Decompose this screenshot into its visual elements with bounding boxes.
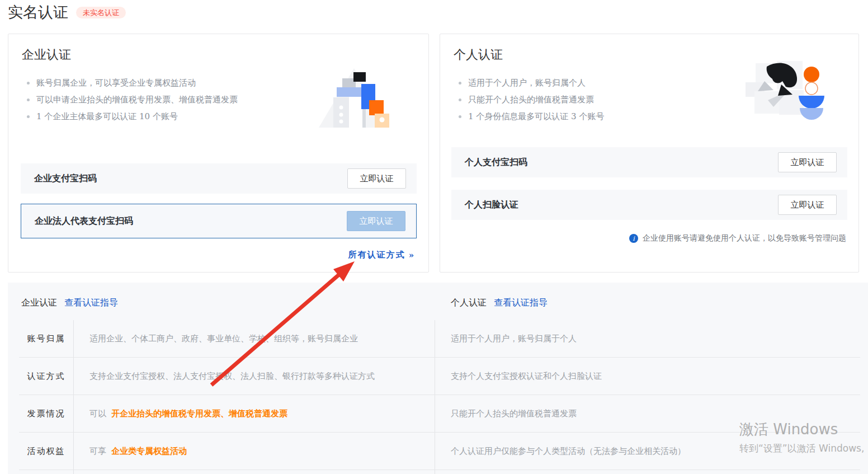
- personal-benefits-list: 适用于个人用户，账号归属个人 只能开个人抬头的增值税普通发票 1 个身份信息最多…: [457, 74, 720, 125]
- comparison-grid: 账号归属 适用企业、个体工商户、政府、事业单位、学校、组织等，账号归属企业 适用…: [19, 320, 860, 474]
- personal-card-title: 个人认证: [454, 46, 503, 63]
- list-item: 1 个身份信息最多可以认证 3 个账号: [457, 108, 720, 125]
- method-label: 企业支付宝扫码: [34, 173, 97, 185]
- building-illustration-icon: [312, 65, 396, 128]
- method-row-legal-rep-alipay[interactable]: 企业法人代表支付宝扫码 立即认证: [21, 204, 417, 238]
- enterprise-cell: [74, 470, 435, 474]
- watermark-line1: 激活 Windows: [739, 420, 864, 439]
- face-illustration-icon: [740, 58, 829, 125]
- enterprise-auth-card: 企业认证 账号归属企业，可以享受企业专属权益活动 可以申请企业抬头的增值税专用发…: [8, 34, 429, 273]
- windows-activation-watermark: 激活 Windows 转到“设置”以激活 Windows,: [739, 420, 864, 455]
- method-label: 个人扫脸认证: [465, 199, 518, 211]
- personal-guide-link[interactable]: 查看认证指导: [494, 297, 548, 308]
- list-item: 适用于个人用户，账号归属个人: [457, 74, 720, 91]
- auth-now-button[interactable]: 立即认证: [778, 152, 837, 172]
- personal-compare-header: 个人认证 查看认证指导: [451, 297, 548, 309]
- personal-compare-title: 个人认证: [451, 297, 487, 308]
- row-label: 认证方式: [19, 358, 74, 395]
- list-item: 1 个企业主体最多可以认证 10 个账号: [25, 108, 288, 125]
- personal-auth-card: 个人认证 适用于个人用户，账号归属个人 只能开个人抬头的增值税普通发票 1 个身…: [440, 34, 859, 273]
- method-row-personal-face: 个人扫脸认证 立即认证: [451, 190, 847, 220]
- personal-cell: 支持个人支付宝授权认证和个人扫脸认证: [435, 358, 860, 395]
- warning-text: 企业使用账号请避免使用个人认证，以免导致账号管理问题: [643, 233, 846, 243]
- double-chevron-right-icon: »: [409, 250, 415, 260]
- table-row-partial: [19, 470, 860, 474]
- list-item: 可以申请企业抬头的增值税专用发票、增值税普通发票: [25, 91, 288, 108]
- page-title: 实名认证: [8, 2, 68, 22]
- enterprise-card-title: 企业认证: [22, 46, 71, 63]
- table-row-auth-methods: 认证方式 支持企业支付宝授权、法人支付宝授权、法人扫脸、银行打款等多种认证方式 …: [19, 357, 860, 395]
- cell-prefix: 可享: [89, 446, 106, 457]
- method-label: 企业法人代表支付宝扫码: [35, 215, 133, 227]
- watermark-line2: 转到“设置”以激活 Windows,: [739, 442, 864, 455]
- method-row-personal-alipay: 个人支付宝扫码 立即认证: [451, 147, 847, 177]
- auth-now-button[interactable]: 立即认证: [778, 195, 837, 215]
- table-row-account-ownership: 账号归属 适用企业、个体工商户、政府、事业单位、学校、组织等，账号归属企业 适用…: [19, 320, 860, 357]
- invoice-types-link[interactable]: 开企业抬头的增值税专用发票、增值税普通发票: [111, 409, 287, 419]
- cell-prefix: 可以: [89, 409, 106, 419]
- enterprise-compare-title: 企业认证: [21, 297, 57, 308]
- page-header: 实名认证 未实名认证: [8, 2, 126, 22]
- all-auth-methods-link[interactable]: 所有认证方式 »: [348, 250, 415, 260]
- enterprise-cell: 可享 企业类专属权益活动: [74, 433, 435, 470]
- table-row-invoice: 发票情况 可以 开企业抬头的增值税专用发票、增值税普通发票 只能开个人抬头的增值…: [19, 395, 860, 432]
- personal-cell: 适用于个人用户，账号归属于个人: [435, 320, 860, 357]
- list-item: 账号归属企业，可以享受企业专属权益活动: [25, 74, 288, 91]
- enterprise-cell: 支持企业支付宝授权、法人支付宝授权、法人扫脸、银行打款等多种认证方式: [74, 358, 435, 395]
- all-auth-methods-label: 所有认证方式: [348, 250, 405, 260]
- enterprise-compare-header: 企业认证 查看认证指导: [21, 297, 118, 309]
- table-row-activity-benefits: 活动权益 可享 企业类专属权益活动 个人认证用户仅能参与个人类型活动（无法参与企…: [19, 432, 860, 470]
- enterprise-cell: 可以 开企业抬头的增值税专用发票、增值税普通发票: [74, 395, 435, 432]
- method-label: 个人支付宝扫码: [465, 157, 527, 168]
- row-label: [19, 470, 74, 474]
- row-label: 发票情况: [19, 395, 74, 432]
- enterprise-guide-link[interactable]: 查看认证指导: [64, 297, 118, 308]
- info-icon: i: [629, 234, 638, 243]
- status-badge: 未实名认证: [76, 7, 126, 18]
- enterprise-benefits-link[interactable]: 企业类专属权益活动: [111, 446, 187, 457]
- enterprise-cell: 适用企业、个体工商户、政府、事业单位、学校、组织等，账号归属企业: [74, 320, 435, 357]
- auth-now-button[interactable]: 立即认证: [347, 211, 405, 231]
- auth-now-button[interactable]: 立即认证: [347, 168, 406, 189]
- method-row-enterprise-alipay: 企业支付宝扫码 立即认证: [21, 163, 417, 194]
- row-label: 账号归属: [19, 320, 74, 357]
- personal-auth-warning: i 企业使用账号请避免使用个人认证，以免导致账号管理问题: [629, 233, 846, 243]
- row-label: 活动权益: [19, 433, 74, 470]
- enterprise-benefits-list: 账号归属企业，可以享受企业专属权益活动 可以申请企业抬头的增值税专用发票、增值税…: [25, 74, 288, 125]
- personal-cell: [435, 470, 860, 474]
- list-item: 只能开个人抬头的增值税普通发票: [457, 91, 720, 108]
